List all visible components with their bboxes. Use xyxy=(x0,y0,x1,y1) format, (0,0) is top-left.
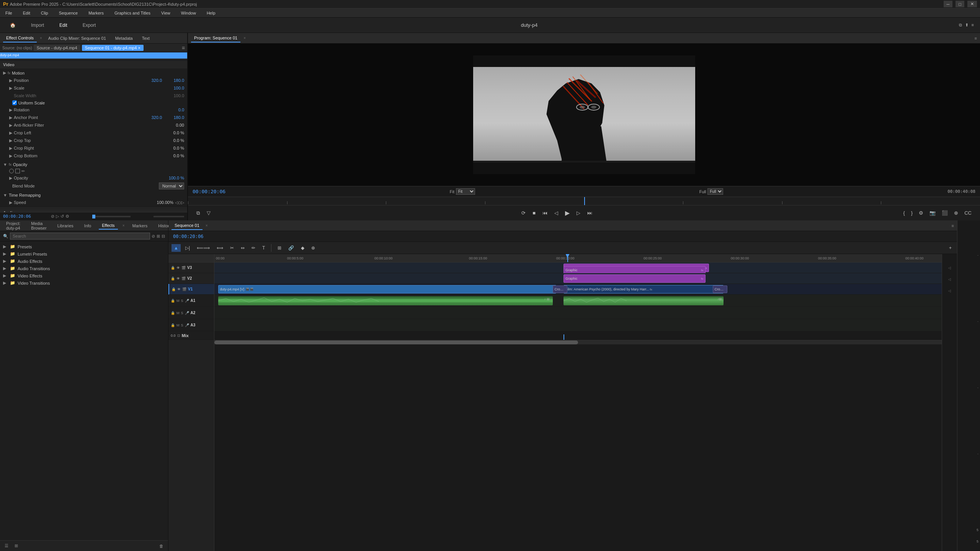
a1-mic-icon[interactable]: 🎤 xyxy=(185,299,189,303)
project-icon-view[interactable]: ⊞ xyxy=(13,543,20,549)
linked-toggle[interactable]: 🔗 xyxy=(286,244,296,252)
monitor-layout-btn[interactable]: ⧉ xyxy=(194,209,202,218)
monitor-safe-btn[interactable]: ▽ xyxy=(204,209,213,217)
timeline-ruler-row[interactable]: 00:00 00:00:5:00 00:00:10:00 00:00:15:00… xyxy=(214,254,942,262)
audio-trans-expand-icon[interactable]: ▶ xyxy=(3,266,8,271)
keyframe-next[interactable]: ▷ xyxy=(181,200,184,205)
new-bin-btn[interactable]: ⊞ xyxy=(157,234,160,239)
nav-home[interactable]: 🏠 xyxy=(6,21,20,29)
video-effects-item[interactable]: ▶ 📁 Video Effects xyxy=(0,272,168,279)
close-button[interactable]: ✕ xyxy=(967,1,977,7)
mix-btn[interactable]: ⊡ xyxy=(177,334,180,337)
nav-edit[interactable]: Edit xyxy=(56,21,71,29)
monitor-frame-fwd-btn[interactable]: ▷ xyxy=(574,209,583,217)
clip-tab-source[interactable]: Source - duty-p4.mp4 xyxy=(34,45,80,51)
a1-lock-icon[interactable]: 🔒 xyxy=(171,299,175,303)
tool-slip[interactable]: ⇔ xyxy=(238,244,247,252)
v3-lock-icon[interactable]: 🔒 xyxy=(171,266,175,270)
timeline-close[interactable]: × xyxy=(206,223,208,228)
clip-v1-main[interactable]: duty-p4.mp4 [V] 🎬 🎬 xyxy=(218,285,557,293)
search-input[interactable] xyxy=(10,233,150,240)
maximize-button[interactable]: □ xyxy=(956,1,964,7)
tool-rolling[interactable]: ⟺ xyxy=(214,244,225,252)
menu-clip[interactable]: Clip xyxy=(39,10,51,16)
video-trans-expand-icon[interactable]: ▶ xyxy=(3,280,8,285)
quality-select[interactable]: Full 1/2 1/4 xyxy=(707,188,723,195)
menu-markers[interactable]: Markers xyxy=(86,10,106,16)
ec-zoom-bar[interactable] xyxy=(154,216,184,217)
v2-clip-icon[interactable]: 🎬 xyxy=(181,277,186,280)
a1-m-btn[interactable]: M xyxy=(176,299,180,303)
tool-track-select[interactable]: ▷| xyxy=(183,244,192,252)
nav-import[interactable]: Import xyxy=(27,21,48,29)
crop-right-value[interactable]: 0.0 % xyxy=(165,146,184,150)
a2-mic-icon[interactable]: 🎤 xyxy=(185,311,189,315)
a3-s-btn[interactable]: S xyxy=(181,323,183,327)
project-delete-btn[interactable]: 🗑 xyxy=(158,543,165,549)
timeline-timecode-display[interactable]: 00:00:20:06 xyxy=(173,234,203,239)
opacity-section-header[interactable]: ▼ fx Opacity xyxy=(0,161,187,168)
tab-media-browser[interactable]: Media Browser xyxy=(28,220,49,231)
monitor-menu-btn[interactable]: ≡ xyxy=(975,36,977,41)
v2-lock-icon[interactable]: 🔒 xyxy=(171,277,175,280)
filter-btn[interactable]: ⊘ xyxy=(152,234,155,239)
monitor-frame-back-btn[interactable]: ◁ xyxy=(552,209,560,217)
uniform-scale-checkbox[interactable] xyxy=(12,100,17,105)
rotation-value[interactable]: 0.0 xyxy=(165,108,184,112)
monitor-vr-btn[interactable]: ⊕ xyxy=(952,209,960,217)
monitor-settings-btn[interactable]: ⚙ xyxy=(916,209,926,217)
a3-mic-icon[interactable]: 🎤 xyxy=(185,323,189,327)
clip-a1-secondary[interactable]: ♪▤ xyxy=(564,296,724,305)
snap-toggle[interactable]: ⊞ xyxy=(275,244,284,252)
header-icon-1[interactable]: ⧉ xyxy=(959,23,962,28)
lumetri-expand-icon[interactable]: ▶ xyxy=(3,251,8,256)
anchor-x[interactable]: 320.0 xyxy=(143,115,162,120)
ec-timeline-bar[interactable] xyxy=(92,216,131,217)
audio-effects-item[interactable]: ▶ 📁 Audio Effects xyxy=(0,258,168,265)
ec-playhead[interactable] xyxy=(92,215,95,218)
crop-left-value[interactable]: 0.0 % xyxy=(165,130,184,135)
a3-lock-icon[interactable]: 🔒 xyxy=(171,323,175,327)
ec-play-btn[interactable]: ▷ xyxy=(56,214,59,219)
a2-s-btn[interactable]: S xyxy=(181,311,183,315)
monitor-mark-in-btn[interactable]: { xyxy=(901,209,907,217)
position-y[interactable]: 180.0 xyxy=(165,78,184,83)
a2-lock-icon[interactable]: 🔒 xyxy=(171,311,175,315)
expand-v1-btn[interactable]: ◁ xyxy=(948,289,951,293)
tab-audio-clip-mixer[interactable]: Audio Clip Mixer: Sequence 01 xyxy=(45,34,109,42)
speed-value[interactable]: 100.00% xyxy=(154,200,173,205)
menu-file[interactable]: File xyxy=(3,10,15,16)
ec-filter-btn[interactable]: ⊘ xyxy=(51,214,54,219)
header-icon-3[interactable]: ≡ xyxy=(972,23,974,28)
anti-flicker-value[interactable]: 0.00 xyxy=(165,123,184,127)
effects-close[interactable]: × xyxy=(122,223,125,228)
title-bar-controls[interactable]: ─ □ ✕ xyxy=(944,1,977,7)
tool-type[interactable]: T xyxy=(260,244,267,252)
clip-a1-main[interactable]: ♪ ▤ xyxy=(218,296,553,305)
v2-eye-icon[interactable]: 👁 xyxy=(176,277,180,280)
find-btn[interactable]: ⊟ xyxy=(162,234,165,239)
project-list-view[interactable]: ☰ xyxy=(3,543,10,549)
audio-effects-expand-icon[interactable]: ▶ xyxy=(3,259,8,264)
scrollbar-thumb[interactable] xyxy=(214,341,578,344)
monitor-export-frame-btn[interactable]: 📷 xyxy=(927,209,938,217)
position-x[interactable]: 320.0 xyxy=(143,78,162,83)
motion-header[interactable]: ▶ fx Motion xyxy=(0,69,187,77)
monitor-timecode[interactable]: 00:00:20:06 xyxy=(193,189,225,194)
monitor-loop-btn[interactable]: ⟳ xyxy=(519,209,528,217)
nav-export[interactable]: Export xyxy=(79,21,100,29)
v1-lock-icon[interactable]: 🔒 xyxy=(172,287,176,291)
mix-vol-value[interactable]: 0.0 xyxy=(171,334,176,337)
presets-expand-icon[interactable]: ▶ xyxy=(3,244,8,249)
tab-text[interactable]: Text xyxy=(139,34,153,42)
tab-libraries[interactable]: Libraries xyxy=(54,222,77,229)
minimize-button[interactable]: ─ xyxy=(944,1,953,7)
scale-value[interactable]: 100.0 xyxy=(165,86,184,90)
video-effects-expand-icon[interactable]: ▶ xyxy=(3,273,8,278)
header-icon-2[interactable]: ⬆ xyxy=(965,23,969,28)
timeline-menu-btn[interactable]: ≡ xyxy=(952,223,954,228)
expand-v2-btn[interactable]: ◁ xyxy=(948,277,951,281)
time-remap-header[interactable]: ▼ Time Remapping xyxy=(0,192,187,199)
v3-clip-icon[interactable]: 🎬 xyxy=(181,266,186,270)
blend-mode-select[interactable]: Normal xyxy=(159,183,184,189)
